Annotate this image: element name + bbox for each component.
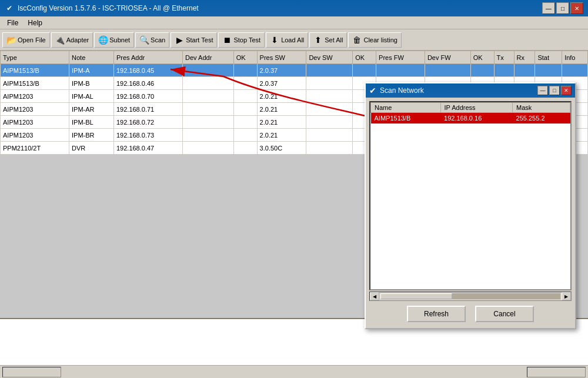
scan-icon: 🔍 (139, 35, 149, 45)
table-cell (494, 64, 514, 77)
scan-scrollbar[interactable]: ◀ ▶ (369, 292, 572, 301)
scan-table-container: Name IP Address Mask AIMP1513/B 192.168.… (369, 101, 572, 290)
open-file-icon: 📂 (6, 35, 16, 45)
table-cell (306, 103, 353, 116)
table-cell: IPM-AR (69, 103, 114, 116)
table-row[interactable]: AIPM1513/BIPM-A192.168.0.452.0.37 (1, 64, 588, 77)
scan-col-mask: Mask (513, 103, 570, 113)
col-info: Info (562, 51, 588, 64)
scroll-thumb[interactable] (380, 293, 452, 299)
close-button[interactable]: ✕ (570, 2, 583, 14)
table-cell (183, 142, 234, 155)
adapter-label: Adapter (66, 36, 89, 44)
table-cell: 2.0.37 (257, 64, 306, 77)
table-cell (514, 64, 535, 77)
subnet-button[interactable]: 🌐 Subnet (94, 32, 134, 48)
scan-dialog-buttons: Refresh Cancel (369, 302, 572, 325)
table-cell (183, 129, 234, 142)
stop-test-icon: ⏹ (222, 35, 232, 45)
stop-test-label: Stop Test (233, 36, 260, 44)
scan-label: Scan (151, 36, 165, 44)
col-dev-addr: Dev Addr (183, 51, 234, 64)
adapter-button[interactable]: 🔌 Adapter (51, 32, 93, 48)
minimize-button[interactable]: — (542, 2, 555, 14)
table-cell: DVR (69, 142, 114, 155)
scan-row-ip: 192.168.0.16 (440, 113, 513, 124)
table-cell (233, 103, 257, 116)
table-cell: IPM-AL (69, 90, 114, 103)
table-cell (233, 90, 257, 103)
scroll-left-arrow[interactable]: ◀ (370, 292, 379, 300)
scroll-right-arrow[interactable]: ▶ (562, 292, 571, 300)
col-dev-sw: Dev SW (306, 51, 353, 64)
table-cell (233, 129, 257, 142)
scan-dialog-maximize[interactable]: □ (549, 86, 560, 95)
start-test-button[interactable]: ▶ Start Test (171, 32, 217, 48)
stop-test-button[interactable]: ⏹ Stop Test (218, 32, 265, 48)
table-cell (306, 142, 353, 155)
status-grip (527, 367, 586, 377)
table-cell (233, 64, 257, 77)
table-cell (425, 64, 470, 77)
load-all-icon: ⬇ (270, 35, 279, 45)
scan-button[interactable]: 🔍 Scan (135, 32, 169, 48)
table-cell: AIPM1203 (1, 116, 69, 129)
scan-dialog-content: Name IP Address Mask AIMP1513/B 192.168.… (366, 98, 575, 328)
table-cell: 192.168.0.46 (113, 77, 182, 90)
table-cell (183, 116, 234, 129)
maximize-button[interactable]: □ (556, 2, 569, 14)
scroll-track[interactable] (380, 293, 560, 299)
menu-file[interactable]: File (2, 18, 23, 28)
scan-dialog-minimize[interactable]: — (537, 86, 548, 95)
table-cell: 2.0.21 (257, 116, 306, 129)
table-cell: 3.0.50C (257, 142, 306, 155)
col-pres-addr: Pres Addr (113, 51, 182, 64)
table-cell: AIPM1203 (1, 103, 69, 116)
title-bar: ✔ IscConfig Version 1.5.7.6 - ISC-TRIOSE… (0, 0, 588, 16)
table-cell (306, 64, 353, 77)
load-all-button[interactable]: ⬇ Load All (266, 32, 308, 48)
start-test-icon: ▶ (175, 35, 184, 45)
table-cell: AIPM1513/B (1, 64, 69, 77)
scan-row-name: AIMP1513/B (371, 113, 441, 124)
table-cell: IPM-BL (69, 116, 114, 129)
col-ok3: OK (470, 51, 494, 64)
clear-listing-icon: 🗑 (352, 35, 362, 45)
table-cell (353, 64, 376, 77)
load-all-label: Load All (281, 36, 304, 44)
scan-network-dialog: ✔ Scan Network — □ ✕ Name IP Address Mas… (365, 82, 576, 329)
table-cell: AIPM1203 (1, 90, 69, 103)
col-pres-sw: Pres SW (257, 51, 306, 64)
table-cell (233, 142, 257, 155)
scan-table-header: Name IP Address Mask (371, 103, 570, 113)
table-cell: IPM-B (69, 77, 114, 90)
menu-bar: File Help (0, 16, 588, 29)
scan-dialog-close[interactable]: ✕ (561, 86, 572, 95)
clear-listing-label: Clear listing (363, 36, 397, 44)
cancel-button[interactable]: Cancel (475, 306, 534, 322)
refresh-button[interactable]: Refresh (407, 306, 466, 322)
subnet-label: Subnet (109, 36, 130, 44)
scan-table-row[interactable]: AIMP1513/B 192.168.0.16 255.255.2 (371, 113, 570, 124)
table-cell (233, 116, 257, 129)
clear-listing-button[interactable]: 🗑 Clear listing (348, 32, 401, 48)
table-header-row: Type Note Pres Addr Dev Addr OK Pres SW … (1, 51, 588, 64)
col-type: Type (1, 51, 69, 64)
col-dev-fw: Dev FW (425, 51, 470, 64)
table-cell (306, 90, 353, 103)
table-cell: AIPM1513/B (1, 77, 69, 90)
set-all-button[interactable]: ⬆ Set All (309, 32, 347, 48)
table-cell (306, 129, 353, 142)
open-file-button[interactable]: 📂 Open File (2, 32, 50, 48)
adapter-icon: 🔌 (55, 35, 65, 45)
table-cell (562, 64, 588, 77)
scan-col-ip: IP Address (440, 103, 513, 113)
menu-help[interactable]: Help (23, 18, 47, 28)
toolbar: 📂 Open File 🔌 Adapter 🌐 Subnet 🔍 Scan ▶ … (0, 29, 588, 51)
table-cell: 192.168.0.72 (113, 116, 182, 129)
col-ok1: OK (233, 51, 257, 64)
table-cell: 192.168.0.73 (113, 129, 182, 142)
table-cell: 192.168.0.47 (113, 142, 182, 155)
table-cell: 192.168.0.71 (113, 103, 182, 116)
scan-dialog-icon: ✔ (369, 86, 376, 95)
